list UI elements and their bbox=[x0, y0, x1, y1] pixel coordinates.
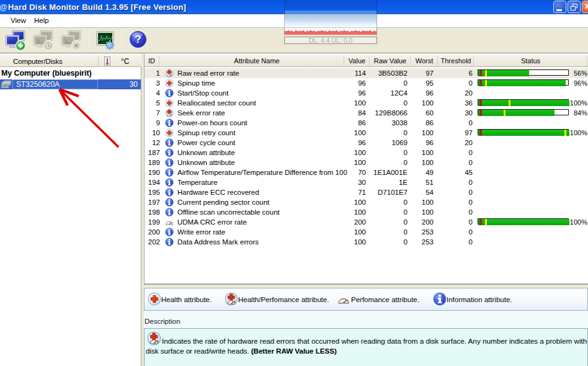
svg-text:?: ? bbox=[135, 33, 141, 45]
